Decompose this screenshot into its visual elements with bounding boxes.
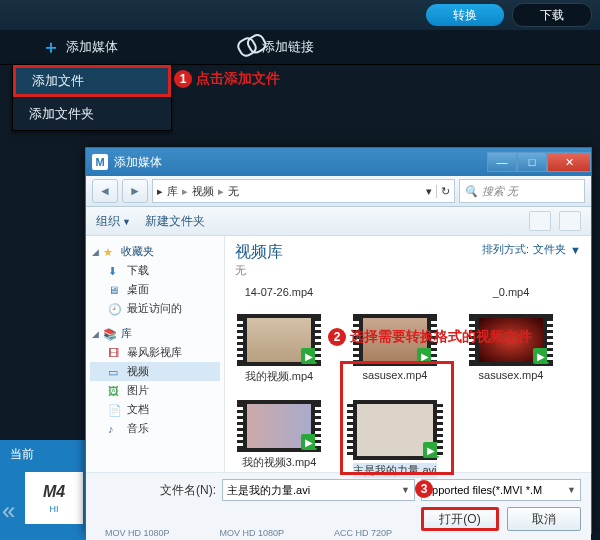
- dropdown-add-file[interactable]: 添加文件: [13, 65, 171, 97]
- picture-icon: 🖼: [108, 385, 122, 397]
- nav-forward-button[interactable]: ►: [122, 179, 148, 203]
- play-icon: ▶: [417, 348, 433, 364]
- organize-menu[interactable]: 组织▼: [96, 213, 131, 230]
- format-card-title: M4: [43, 483, 65, 501]
- file-list: 视频库 无 排列方式: 文件夹 ▼ 14-07-26.mp4 _0.mp4 ▶我…: [225, 236, 591, 472]
- file-item-selected[interactable]: ▶主是我的力量.avi: [351, 400, 439, 478]
- chevron-down-icon: ▼: [567, 485, 576, 495]
- breadcrumb-sep-icon: ▸: [218, 185, 224, 198]
- dialog-toolbar: 组织▼ 新建文件夹: [86, 207, 591, 236]
- file-filter-select[interactable]: upported files(*.MVI *.M▼: [421, 479, 581, 501]
- breadcrumb-sep-icon: ▸: [182, 185, 188, 198]
- search-placeholder: 搜索 无: [482, 184, 518, 199]
- download-icon: ⬇: [108, 265, 122, 277]
- annotation-2: 2 选择需要转换格式的视频文件: [328, 328, 532, 346]
- convert-tab[interactable]: 转换: [426, 4, 504, 26]
- file-item[interactable]: ▶我的视频.mp4: [235, 314, 323, 384]
- annotation-3: 3: [415, 480, 437, 498]
- desktop-icon: 🖥: [108, 284, 122, 296]
- file-item[interactable]: _0.mp4: [467, 286, 555, 298]
- annotation-1-badge: 1: [174, 70, 192, 88]
- video-icon: ▭: [108, 366, 122, 378]
- sort-control[interactable]: 排列方式: 文件夹 ▼: [482, 242, 581, 257]
- minimize-button[interactable]: —: [487, 152, 517, 172]
- chevron-down-icon: ▼: [570, 244, 581, 256]
- file-item[interactable]: 14-07-26.mp4: [235, 286, 323, 298]
- tree-baofeng[interactable]: 🎞暴风影视库: [90, 343, 220, 362]
- download-tab[interactable]: 下载: [512, 3, 592, 27]
- dialog-title: 添加媒体: [114, 154, 162, 171]
- add-media-dropdown: 添加文件 添加文件夹: [12, 64, 172, 131]
- nav-back-button[interactable]: ◄: [92, 179, 118, 203]
- format-card[interactable]: M4 HI: [25, 472, 83, 524]
- breadcrumb-dropdown-icon[interactable]: ▾: [426, 185, 432, 198]
- folder-tree: ◢★收藏夹 ⬇下载 🖥桌面 🕘最近访问的 ◢📚库 🎞暴风影视库 ▭视频 🖼图片 …: [86, 236, 225, 472]
- plus-icon: ＋: [42, 35, 60, 59]
- tree-video[interactable]: ▭视频: [90, 362, 220, 381]
- dropdown-add-folder[interactable]: 添加文件夹: [13, 97, 171, 130]
- refresh-icon[interactable]: ↻: [436, 185, 454, 198]
- add-link-menu[interactable]: 添加链接: [238, 38, 314, 56]
- file-item[interactable]: ▶sasusex.mp4: [467, 314, 555, 384]
- help-button[interactable]: [559, 211, 581, 231]
- dialog-titlebar: M 添加媒体 — □ ✕: [86, 148, 591, 176]
- breadcrumb-0[interactable]: 库: [167, 184, 178, 199]
- library-icon: 📚: [103, 328, 117, 340]
- add-media-label: 添加媒体: [66, 38, 118, 56]
- annotation-1: 1 点击添加文件: [174, 70, 280, 88]
- close-button[interactable]: ✕: [547, 152, 591, 172]
- play-icon: ▶: [533, 348, 549, 364]
- filename-input[interactable]: 主是我的力量.avi▼: [222, 479, 415, 501]
- add-link-label: 添加链接: [262, 38, 314, 56]
- library-title: 视频库: [235, 242, 283, 263]
- breadcrumb-sep-icon: ▸: [157, 185, 163, 198]
- chevron-down-icon: ▼: [401, 485, 410, 495]
- star-icon: ★: [103, 246, 117, 258]
- tree-music[interactable]: ♪音乐: [90, 419, 220, 438]
- film-icon: 🎞: [108, 347, 122, 359]
- breadcrumb-2[interactable]: 无: [228, 184, 239, 199]
- search-icon: 🔍: [464, 185, 478, 198]
- annotation-2-badge: 2: [328, 328, 346, 346]
- tree-downloads[interactable]: ⬇下载: [90, 261, 220, 280]
- format-card-sub: HI: [50, 504, 59, 514]
- document-icon: 📄: [108, 404, 122, 416]
- file-item[interactable]: ▶我的视频3.mp4: [235, 400, 323, 478]
- dialog-nav: ◄ ► ▸ 库 ▸ 视频 ▸ 无 ▾ ↻ 🔍 搜索 无: [86, 176, 591, 207]
- annotation-3-badge: 3: [415, 480, 433, 498]
- new-folder-button[interactable]: 新建文件夹: [145, 213, 205, 230]
- breadcrumb-1[interactable]: 视频: [192, 184, 214, 199]
- library-subtitle: 无: [235, 263, 283, 278]
- tree-pictures[interactable]: 🖼图片: [90, 381, 220, 400]
- tree-recent[interactable]: 🕘最近访问的: [90, 299, 220, 318]
- play-icon: ▶: [423, 442, 439, 458]
- left-panel-header: 当前: [0, 440, 90, 469]
- music-icon: ♪: [108, 423, 122, 435]
- view-mode-button[interactable]: [529, 211, 551, 231]
- play-icon: ▶: [301, 434, 317, 450]
- tree-desktop[interactable]: 🖥桌面: [90, 280, 220, 299]
- link-icon: [235, 35, 260, 60]
- add-media-menu[interactable]: ＋ 添加媒体: [42, 35, 118, 59]
- annotation-2-text: 选择需要转换格式的视频文件: [350, 328, 532, 346]
- annotation-1-text: 点击添加文件: [196, 70, 280, 88]
- bottom-strip: MOV HD 1080PMOV HD 1080PACC HD 720P: [85, 528, 600, 540]
- recent-icon: 🕘: [108, 303, 122, 315]
- breadcrumb[interactable]: ▸ 库 ▸ 视频 ▸ 无 ▾ ↻: [152, 179, 455, 203]
- tree-documents[interactable]: 📄文档: [90, 400, 220, 419]
- search-input[interactable]: 🔍 搜索 无: [459, 179, 585, 203]
- collapse-chevron-icon[interactable]: «: [2, 497, 7, 525]
- file-item[interactable]: ▶sasusex.mp4: [351, 314, 439, 384]
- maximize-button[interactable]: □: [517, 152, 547, 172]
- filename-label: 文件名(N):: [96, 482, 216, 499]
- app-badge-icon: M: [92, 154, 108, 170]
- play-icon: ▶: [301, 348, 317, 364]
- tree-libraries[interactable]: ◢📚库: [90, 324, 220, 343]
- tree-favorites[interactable]: ◢★收藏夹: [90, 242, 220, 261]
